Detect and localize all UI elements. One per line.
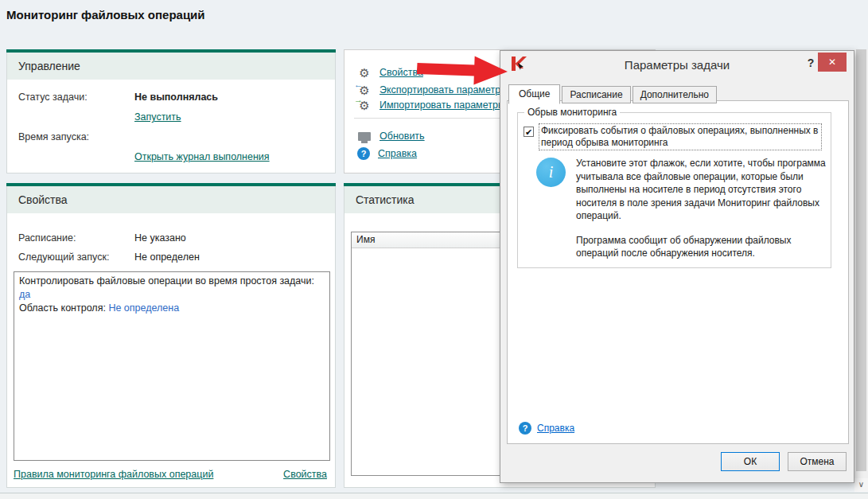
properties-link[interactable]: Свойства: [283, 469, 327, 480]
info-text: Установите этот флажок, если хотите, что…: [576, 157, 835, 260]
ok-button[interactable]: ОК: [721, 452, 780, 471]
gear-import-icon: ⚙→: [357, 99, 372, 111]
tab-page-general: Обрыв мониторинга ✔ Фиксировать события …: [507, 100, 849, 444]
record-events-checkbox-label[interactable]: Фиксировать события о файловых операциях…: [539, 123, 822, 150]
monitoring-interruption-group: Обрыв мониторинга ✔ Фиксировать события …: [517, 112, 831, 268]
export-arrow-icon: ←: [354, 79, 363, 91]
management-panel-title: Управление: [7, 53, 335, 80]
properties-panel: Свойства Расписание: Не указано Следующи…: [6, 183, 336, 488]
dialog-help-link[interactable]: Справка: [537, 423, 574, 434]
idle-control-value: да: [19, 289, 30, 300]
help-link[interactable]: Справка: [378, 148, 417, 159]
monitoring-rules-link[interactable]: Правила мониторинга файловых операций: [14, 469, 213, 480]
cancel-button[interactable]: Отмена: [788, 452, 847, 471]
schedule-label: Расписание:: [18, 232, 76, 244]
close-icon[interactable]: ✕: [818, 53, 847, 72]
gear-icon: ⚙: [357, 67, 372, 79]
tab-advanced[interactable]: Дополнительно: [633, 86, 717, 103]
help-icon: ?: [357, 147, 370, 160]
dialog-tabs: ОбщиеРасписаниеДополнительно: [508, 84, 718, 101]
annotation-arrow-icon: [416, 53, 509, 89]
dialog-help-button[interactable]: ?: [803, 57, 819, 72]
summary-line-scope: Область контроля: Не определена: [19, 302, 325, 315]
monitor-icon: [358, 132, 371, 141]
schedule-value: Не указано: [134, 232, 186, 244]
refresh-link[interactable]: Обновить: [380, 131, 425, 142]
chevron-down-icon[interactable]: ∨: [854, 478, 868, 492]
start-task-link[interactable]: Запустить: [134, 111, 181, 123]
group-title: Обрыв мониторинга: [524, 107, 620, 118]
open-log-link[interactable]: Открыть журнал выполнения: [134, 151, 270, 162]
app-window: Мониторинг файловых операций Управление …: [0, 0, 868, 499]
scrollbar-thumb[interactable]: [856, 49, 866, 471]
bottom-scroll-band: [0, 493, 868, 499]
summary-line-idle-control: Контролировать файловые операции во врем…: [19, 275, 325, 302]
page-title: Мониторинг файловых операций: [6, 8, 205, 21]
properties-panel-title: Свойства: [7, 186, 335, 213]
import-arrow-icon: →: [354, 94, 363, 106]
help-icon: ?: [519, 422, 531, 435]
next-run-label: Следующий запуск:: [18, 251, 109, 263]
vertical-scrollbar[interactable]: ∨: [854, 49, 868, 492]
tab-schedule[interactable]: Расписание: [562, 86, 630, 103]
task-settings-summary[interactable]: Контролировать файловые операции во врем…: [14, 271, 330, 461]
task-status-label: Статус задачи:: [18, 92, 88, 103]
info-icon: i: [536, 158, 566, 187]
info-paragraph-1: Установите этот флажок, если хотите, что…: [576, 157, 835, 223]
task-status-value: Не выполнялась: [134, 92, 218, 103]
tab-general[interactable]: Общие: [508, 84, 560, 104]
next-run-value: Не определен: [134, 251, 200, 263]
info-paragraph-2: Программа сообщит об обнаружении файловы…: [576, 234, 835, 260]
task-settings-dialog: Параметры задачи ? ✕ ОбщиеРасписаниеДопо…: [500, 50, 854, 483]
start-time-label: Время запуска:: [18, 131, 89, 142]
record-events-checkbox[interactable]: ✔: [524, 127, 534, 137]
management-panel: Управление Статус задачи: Не выполнялась…: [6, 49, 336, 173]
import-settings-link[interactable]: Импортировать параметры: [380, 99, 505, 111]
dialog-title: Параметры задачи: [500, 58, 854, 72]
scope-value: Не определена: [108, 302, 179, 314]
